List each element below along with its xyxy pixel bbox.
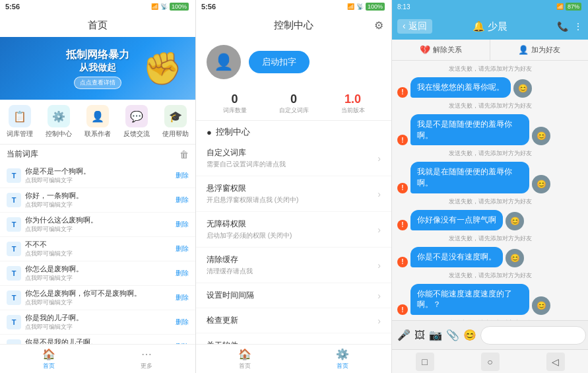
word-content-6: 你是我的儿子啊。 点我即可编辑文字 <box>25 313 176 331</box>
emoji-icon[interactable]: 😊 <box>463 329 476 341</box>
nav-circle-btn[interactable]: ○ <box>481 353 500 371</box>
ctrl-nav-ctrl[interactable]: ⚙️ 首页 <box>294 345 391 373</box>
word-hint-5: 点我即可编辑文字 <box>25 298 176 307</box>
fail-2: 发送失败，请先添加对方为好友 <box>397 102 583 110</box>
stats-row: 0 词库数量 0 自定义词库 1.0 当前版本 <box>196 87 391 121</box>
ctrl-nav-home[interactable]: 🏠 首页 <box>196 345 294 373</box>
wifi-icon: 📶 <box>151 3 158 10</box>
ctrl-nav-home-label: 首页 <box>239 362 251 370</box>
profile-section: 👤 启动扣字 <box>196 37 391 87</box>
nav-back-btn[interactable]: ◁ <box>546 353 565 371</box>
stat-version-value: 1.0 <box>341 92 365 106</box>
delete-btn-0[interactable]: 删除 <box>176 171 189 180</box>
add-friend-btn[interactable]: 👤 加为好友 <box>490 40 588 60</box>
menu-set-interval[interactable]: 设置时间间隔 › <box>196 283 391 308</box>
word-list-header: 当前词库 🗑 <box>0 145 195 164</box>
msg-row-11: ! 你能不能速度速度速度的了啊。？ 😊 <box>397 284 583 316</box>
word-text-2[interactable]: 你为什么这么废狗啊。 <box>25 215 176 225</box>
msg-row-3: ! 我是不是随随便便的羞辱你啊。 😊 <box>397 114 583 146</box>
nav-feedback[interactable]: 💬 反馈交流 <box>123 105 150 139</box>
menu-float-perm-left: 悬浮窗权限 开启悬浮窗权限请点我 (关闭中) <box>207 183 377 205</box>
more-icon[interactable]: ⋮ <box>573 21 583 32</box>
menu-custom-dict[interactable]: 自定义词库 需要自己设置词库的请点我 › <box>196 141 391 176</box>
stat-custom-count-label: 自定义词库 <box>279 106 309 115</box>
arrow-icon-4: › <box>377 290 381 301</box>
chat-status-bar: 8:13 📶 87% <box>392 0 588 13</box>
start-btn[interactable]: 启动扣字 <box>249 51 310 73</box>
menu-access-perm[interactable]: 无障碍权限 启动加字必须的权限 (关闭中) › <box>196 212 391 248</box>
help-icon: 🎓 <box>164 105 187 127</box>
chat-wifi-icon: 📶 <box>556 3 564 10</box>
nav-ctrl-center[interactable]: ⚙️ 控制中心 <box>46 105 72 139</box>
fail-10: 发送失败，请先添加对方为好友 <box>397 271 583 280</box>
menu-float-perm[interactable]: 悬浮窗权限 开启悬浮窗权限请点我 (关闭中) › <box>196 176 391 212</box>
camera-icon[interactable]: 📷 <box>429 329 442 341</box>
file-icon[interactable]: 📎 <box>446 329 459 341</box>
word-hint-0: 点我即可编辑文字 <box>25 176 176 185</box>
word-text-1[interactable]: 你好，一条狗啊。 <box>25 191 176 201</box>
arrow-icon-1: › <box>377 189 381 199</box>
delete-btn-2[interactable]: 删除 <box>176 220 189 229</box>
nav-help[interactable]: 🎓 使用帮助 <box>162 105 189 139</box>
trash-icon[interactable]: 🗑 <box>180 149 189 160</box>
add-friend-icon: 👤 <box>518 45 529 55</box>
menu-float-perm-sub: 开启悬浮窗权限请点我 (关闭中) <box>207 195 377 205</box>
chat-input[interactable] <box>480 326 586 345</box>
menu-about[interactable]: 关于软件 › <box>196 333 391 344</box>
fail-8: 发送失败，请先添加对方为好友 <box>397 234 583 243</box>
word-text-0[interactable]: 你是不是一个狗啊。 <box>25 166 176 176</box>
mic-icon[interactable]: 🎤 <box>397 329 410 341</box>
menu-clear-cache[interactable]: 清除缓存 清理缓存请点我 › <box>196 248 391 283</box>
home-nav-more[interactable]: ⋯ 更多 <box>98 345 195 373</box>
time-home: 5:56 <box>5 3 20 11</box>
banner[interactable]: 抵制网络暴力 从我做起 点点查看详情 ✊ <box>0 37 195 100</box>
delete-btn-1[interactable]: 删除 <box>176 195 189 205</box>
nav-help-label: 使用帮助 <box>162 129 189 139</box>
status-bar-ctrl: 5:56 📶 📡 100% <box>196 0 391 13</box>
avatar-sm-7: 😊 <box>506 212 524 230</box>
word-t-icon: T <box>7 168 21 183</box>
word-text-7[interactable]: 你是不是我的儿子啊。 <box>25 337 176 344</box>
menu-check-update[interactable]: 检查更新 › <box>196 308 391 333</box>
word-text-6[interactable]: 你是我的儿子啊。 <box>25 313 176 323</box>
msg-row-5: ! 我就是在随随便便的羞辱你啊。 😊 <box>397 162 583 193</box>
delete-btn-6[interactable]: 删除 <box>176 318 189 327</box>
warn-icon-9: ! <box>397 257 408 267</box>
ctrl-bottom-nav: 🏠 首页 ⚙️ 首页 <box>196 344 391 373</box>
home-title: 首页 <box>88 19 108 32</box>
gear-icon[interactable]: ⚙ <box>374 19 383 32</box>
avatar-sm-3: 😊 <box>532 127 550 145</box>
chat-top-icons: 📞 ⋮ <box>557 21 583 32</box>
stat-custom-count-value: 0 <box>279 92 309 106</box>
word-content-3: 不不不 点我即可编辑文字 <box>25 240 176 258</box>
chat-messages: 发送失败，请先添加对方为好友 ! 我在慢悠悠的羞辱你呢。 😊 发送失败，请先添加… <box>392 61 588 320</box>
word-item-1: T 你好，一条狗啊。 点我即可编辑文字 删除 <box>0 188 195 213</box>
home-nav-home[interactable]: 🏠 首页 <box>0 345 98 373</box>
banner-btn[interactable]: 点点查看详情 <box>74 77 121 89</box>
avatar-sm-9: 😊 <box>506 249 524 267</box>
nav-square-btn[interactable]: □ <box>416 353 434 371</box>
nav-contact-label: 联系作者 <box>84 129 111 139</box>
home-nav-more-icon: ⋯ <box>141 348 152 360</box>
ctrl-center-icon: ⚙️ <box>48 105 70 127</box>
nav-word-mgmt[interactable]: 📋 词库管理 <box>7 105 33 139</box>
msg-bubble-3: 我是不是随随便便的羞辱你啊。 <box>410 114 529 146</box>
word-list-title: 当前词库 <box>7 149 38 160</box>
delete-btn-4[interactable]: 删除 <box>176 269 189 278</box>
back-btn[interactable]: ‹ 返回 <box>397 19 432 34</box>
contact-icon: 👤 <box>86 105 109 127</box>
image-icon[interactable]: 🖼 <box>414 329 425 341</box>
delete-btn-5[interactable]: 删除 <box>176 293 189 302</box>
remove-relation-btn[interactable]: 💔 解除关系 <box>392 40 490 60</box>
status-icons-home: 📶 📡 100% <box>151 3 190 11</box>
word-text-5[interactable]: 你怎么是废狗啊，你可不是废狗啊。 <box>25 288 176 298</box>
delete-btn-3[interactable]: 删除 <box>176 244 189 254</box>
ctrl-menu: 自定义词库 需要自己设置词库的请点我 › 悬浮窗权限 开启悬浮窗权限请点我 (关… <box>196 141 391 344</box>
phone-icon[interactable]: 📞 <box>557 21 568 32</box>
ctrl-section-title: ● 控制中心 <box>196 121 391 141</box>
word-text-4[interactable]: 你怎么是废狗啊。 <box>25 264 176 274</box>
word-text-3[interactable]: 不不不 <box>25 240 176 250</box>
menu-access-perm-left: 无障碍权限 启动加字必须的权限 (关闭中) <box>207 219 377 240</box>
word-t-icon-4: T <box>7 266 21 281</box>
nav-contact[interactable]: 👤 联系作者 <box>84 105 111 139</box>
